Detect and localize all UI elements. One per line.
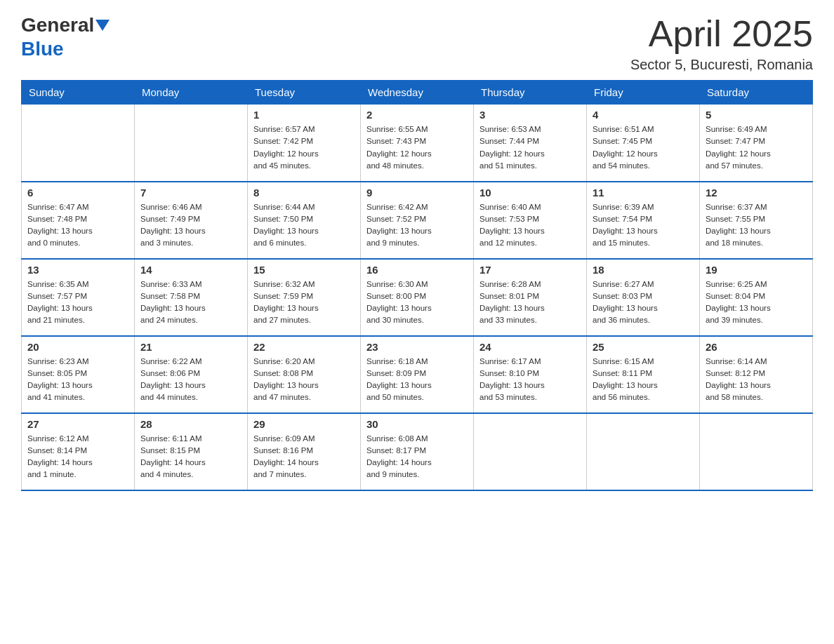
calendar-cell: 23Sunrise: 6:18 AMSunset: 8:09 PMDayligh… (361, 336, 474, 413)
day-info: Sunrise: 6:14 AMSunset: 8:12 PMDaylight:… (706, 356, 807, 404)
page-header: General Blue April 2025 Sector 5, Bucure… (21, 14, 813, 73)
weekday-header-tuesday: Tuesday (248, 81, 361, 105)
weekday-header-wednesday: Wednesday (361, 81, 474, 105)
day-info: Sunrise: 6:18 AMSunset: 8:09 PMDaylight:… (366, 356, 468, 404)
calendar-cell (474, 413, 587, 490)
logo: General Blue (21, 14, 110, 60)
day-info: Sunrise: 6:22 AMSunset: 8:06 PMDaylight:… (140, 356, 241, 404)
calendar-cell: 14Sunrise: 6:33 AMSunset: 7:58 PMDayligh… (135, 259, 248, 336)
logo-triangle-icon (95, 20, 110, 31)
day-number: 25 (593, 341, 694, 353)
day-number: 17 (479, 264, 581, 276)
day-info: Sunrise: 6:55 AMSunset: 7:43 PMDaylight:… (366, 123, 468, 172)
day-number: 6 (27, 187, 128, 199)
day-number: 30 (366, 418, 468, 430)
day-info: Sunrise: 6:27 AMSunset: 8:03 PMDaylight:… (593, 279, 694, 327)
day-number: 15 (253, 264, 355, 276)
calendar-cell: 19Sunrise: 6:25 AMSunset: 8:04 PMDayligh… (700, 259, 813, 336)
calendar-cell: 6Sunrise: 6:47 AMSunset: 7:48 PMDaylight… (22, 182, 135, 259)
day-info: Sunrise: 6:32 AMSunset: 7:59 PMDaylight:… (253, 279, 355, 327)
calendar-cell: 3Sunrise: 6:53 AMSunset: 7:44 PMDaylight… (474, 105, 587, 182)
calendar-cell: 12Sunrise: 6:37 AMSunset: 7:55 PMDayligh… (700, 182, 813, 259)
calendar-cell: 27Sunrise: 6:12 AMSunset: 8:14 PMDayligh… (22, 413, 135, 490)
calendar-cell (700, 413, 813, 490)
subtitle: Sector 5, Bucuresti, Romania (630, 57, 813, 73)
calendar-cell: 28Sunrise: 6:11 AMSunset: 8:15 PMDayligh… (135, 413, 248, 490)
day-number: 4 (593, 109, 694, 121)
calendar-cell: 30Sunrise: 6:08 AMSunset: 8:17 PMDayligh… (361, 413, 474, 490)
day-number: 22 (253, 341, 355, 353)
day-info: Sunrise: 6:42 AMSunset: 7:52 PMDaylight:… (366, 201, 468, 250)
calendar-cell: 7Sunrise: 6:46 AMSunset: 7:49 PMDaylight… (135, 182, 248, 259)
day-info: Sunrise: 6:40 AMSunset: 7:53 PMDaylight:… (479, 201, 581, 250)
day-number: 21 (140, 341, 241, 353)
day-info: Sunrise: 6:11 AMSunset: 8:15 PMDaylight:… (140, 433, 241, 481)
day-info: Sunrise: 6:47 AMSunset: 7:48 PMDaylight:… (27, 201, 128, 250)
calendar-week-row: 20Sunrise: 6:23 AMSunset: 8:05 PMDayligh… (22, 336, 813, 413)
calendar-cell: 9Sunrise: 6:42 AMSunset: 7:52 PMDaylight… (361, 182, 474, 259)
weekday-header-monday: Monday (135, 81, 248, 105)
day-info: Sunrise: 6:15 AMSunset: 8:11 PMDaylight:… (593, 356, 694, 404)
weekday-header-friday: Friday (587, 81, 700, 105)
calendar-cell: 15Sunrise: 6:32 AMSunset: 7:59 PMDayligh… (248, 259, 361, 336)
day-number: 10 (479, 187, 581, 199)
calendar-week-row: 27Sunrise: 6:12 AMSunset: 8:14 PMDayligh… (22, 413, 813, 490)
day-number: 2 (366, 109, 468, 121)
calendar-cell: 13Sunrise: 6:35 AMSunset: 7:57 PMDayligh… (22, 259, 135, 336)
day-number: 23 (366, 341, 468, 353)
day-number: 19 (706, 264, 807, 276)
calendar-cell: 11Sunrise: 6:39 AMSunset: 7:54 PMDayligh… (587, 182, 700, 259)
day-info: Sunrise: 6:30 AMSunset: 8:00 PMDaylight:… (366, 279, 468, 327)
weekday-header-thursday: Thursday (474, 81, 587, 105)
main-title: April 2025 (630, 14, 813, 54)
day-number: 29 (253, 418, 355, 430)
calendar-cell: 17Sunrise: 6:28 AMSunset: 8:01 PMDayligh… (474, 259, 587, 336)
day-number: 28 (140, 418, 241, 430)
day-info: Sunrise: 6:25 AMSunset: 8:04 PMDaylight:… (706, 279, 807, 327)
day-number: 1 (253, 109, 355, 121)
day-info: Sunrise: 6:57 AMSunset: 7:42 PMDaylight:… (253, 123, 355, 172)
day-info: Sunrise: 6:17 AMSunset: 8:10 PMDaylight:… (479, 356, 581, 404)
calendar-cell (22, 105, 135, 182)
day-info: Sunrise: 6:39 AMSunset: 7:54 PMDaylight:… (593, 201, 694, 250)
calendar-week-row: 6Sunrise: 6:47 AMSunset: 7:48 PMDaylight… (22, 182, 813, 259)
day-number: 26 (706, 341, 807, 353)
day-number: 8 (253, 187, 355, 199)
calendar-week-row: 13Sunrise: 6:35 AMSunset: 7:57 PMDayligh… (22, 259, 813, 336)
day-number: 20 (27, 341, 128, 353)
calendar-cell: 8Sunrise: 6:44 AMSunset: 7:50 PMDaylight… (248, 182, 361, 259)
calendar-cell: 21Sunrise: 6:22 AMSunset: 8:06 PMDayligh… (135, 336, 248, 413)
calendar-cell: 4Sunrise: 6:51 AMSunset: 7:45 PMDaylight… (587, 105, 700, 182)
weekday-header-sunday: Sunday (22, 81, 135, 105)
day-number: 27 (27, 418, 128, 430)
day-info: Sunrise: 6:08 AMSunset: 8:17 PMDaylight:… (366, 433, 468, 481)
day-number: 16 (366, 264, 468, 276)
calendar-cell: 16Sunrise: 6:30 AMSunset: 8:00 PMDayligh… (361, 259, 474, 336)
calendar-cell (587, 413, 700, 490)
day-info: Sunrise: 6:44 AMSunset: 7:50 PMDaylight:… (253, 201, 355, 250)
day-info: Sunrise: 6:33 AMSunset: 7:58 PMDaylight:… (140, 279, 241, 327)
day-info: Sunrise: 6:12 AMSunset: 8:14 PMDaylight:… (27, 433, 128, 481)
calendar-cell: 5Sunrise: 6:49 AMSunset: 7:47 PMDaylight… (700, 105, 813, 182)
day-number: 5 (706, 109, 807, 121)
day-info: Sunrise: 6:23 AMSunset: 8:05 PMDaylight:… (27, 356, 128, 404)
day-number: 13 (27, 264, 128, 276)
day-number: 24 (479, 341, 581, 353)
day-info: Sunrise: 6:28 AMSunset: 8:01 PMDaylight:… (479, 279, 581, 327)
day-info: Sunrise: 6:35 AMSunset: 7:57 PMDaylight:… (27, 279, 128, 327)
weekday-header-saturday: Saturday (700, 81, 813, 105)
day-info: Sunrise: 6:46 AMSunset: 7:49 PMDaylight:… (140, 201, 241, 250)
title-section: April 2025 Sector 5, Bucuresti, Romania (630, 14, 813, 73)
calendar-week-row: 1Sunrise: 6:57 AMSunset: 7:42 PMDaylight… (22, 105, 813, 182)
calendar-cell: 1Sunrise: 6:57 AMSunset: 7:42 PMDaylight… (248, 105, 361, 182)
day-number: 7 (140, 187, 241, 199)
calendar-cell: 26Sunrise: 6:14 AMSunset: 8:12 PMDayligh… (700, 336, 813, 413)
day-info: Sunrise: 6:09 AMSunset: 8:16 PMDaylight:… (253, 433, 355, 481)
day-info: Sunrise: 6:49 AMSunset: 7:47 PMDaylight:… (706, 123, 807, 172)
calendar-cell (135, 105, 248, 182)
logo-blue-text: Blue (21, 38, 64, 60)
day-info: Sunrise: 6:51 AMSunset: 7:45 PMDaylight:… (593, 123, 694, 172)
day-number: 18 (593, 264, 694, 276)
day-number: 12 (706, 187, 807, 199)
logo-blue-part (94, 20, 110, 31)
